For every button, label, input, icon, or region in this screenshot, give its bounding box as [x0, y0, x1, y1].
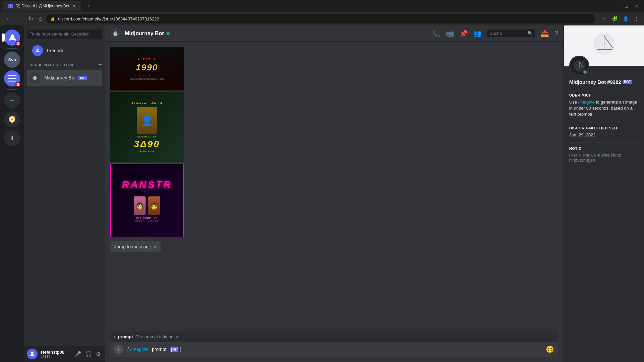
back-btn[interactable]: ← — [4, 14, 13, 24]
header-search[interactable]: Suche 🔍 — [487, 29, 535, 37]
user-avatar — [27, 349, 38, 359]
discord-app: 2 Svs 2 + 🧭 ⬇ Finde oder starte ein Gesp… — [0, 25, 644, 362]
guild-notif-badge: 2 — [15, 82, 21, 87]
members-btn[interactable]: 👥 — [473, 29, 482, 38]
guild-notification[interactable]: 2 — [4, 70, 20, 86]
dm-search-box[interactable]: Finde oder starte ein Gespräch — [27, 29, 102, 39]
jump-icon: ↗ — [153, 244, 157, 249]
dm-item-info: Midjourney Bot BOT — [44, 75, 87, 80]
video-btn[interactable]: 📹 — [446, 29, 454, 38]
main-content: Midjourney Bot 📞 📹 📌 👥 Suche 🔍 📥 ? — [105, 25, 564, 362]
profile-content: Midjourney Bot #9282 BOT ÜBER MICH Use /… — [564, 66, 644, 168]
channel-header: Midjourney Bot 📞 📹 📌 👥 Suche 🔍 📥 ? — [105, 25, 564, 42]
midjourney-bot-dm[interactable]: Midjourney Bot BOT — [27, 70, 102, 86]
profile-divider-3 — [569, 142, 639, 142]
command-hint: / prompt The prompt to imagine — [110, 331, 558, 342]
user-info: stefanstp08 #3117 — [40, 350, 70, 359]
image-1[interactable]: ✦ 747 ✦ 1990 DISCOUNT 200 DISCOUNT 200 D… — [110, 47, 184, 90]
nav-bar: ← → ↻ ⌂ 🔒 discord.com/channels/@me/10634… — [0, 12, 644, 25]
close-btn[interactable]: ✕ — [632, 2, 641, 10]
nav-actions: ☆ 🧩 👤 ⋮ — [601, 15, 640, 22]
image-2[interactable]: Jameson World 👤 EDGAR BULAK 3Δ90 Radilas… — [110, 92, 184, 162]
discord-home-icon[interactable]: 2 — [4, 29, 20, 46]
menu-btn[interactable]: ⋮ — [633, 15, 640, 22]
maximize-btn[interactable]: □ — [623, 2, 631, 10]
note-section: NOTIZ Hier klicken, um eine Notiz hinzuz… — [569, 146, 639, 163]
messages-area: ✦ 747 ✦ 1990 DISCOUNT 200 DISCOUNT 200 D… — [105, 42, 564, 331]
profile-banner — [564, 25, 644, 66]
attach-btn[interactable]: + — [114, 345, 123, 354]
home-btn[interactable]: ⌂ — [37, 14, 44, 24]
hint-desc: The prompt to imagine — [136, 334, 179, 339]
search-placeholder: Finde oder starte ein Gespräch — [30, 32, 90, 37]
guild-svs[interactable]: Svs — [4, 52, 20, 68]
mute-btn[interactable]: 🎤 — [73, 350, 83, 359]
active-tab[interactable]: 2 (2) Discord | @Midjourney Bot ✕ — [3, 1, 81, 11]
about-me-section: ÜBER MICH Use /imagine to generate an im… — [569, 93, 639, 118]
search-label: Suche — [490, 31, 502, 36]
profile-btn[interactable]: 👤 — [622, 15, 630, 22]
note-title: NOTIZ — [569, 146, 639, 150]
discover-btn[interactable]: 🧭 — [4, 111, 20, 127]
discriminator: #3117 — [40, 355, 70, 359]
guild-divider-2 — [7, 89, 17, 90]
user-actions: 🎤 🎧 ⚙ — [73, 350, 102, 359]
profile-bot-tag: BOT — [623, 80, 632, 84]
deafen-btn[interactable]: 🎧 — [84, 350, 93, 359]
about-me-title: ÜBER MICH — [569, 93, 639, 97]
hint-slash: / — [114, 334, 115, 339]
jump-label: Jump to message — [114, 244, 151, 249]
call-btn[interactable]: 📞 — [432, 29, 440, 38]
channel-name: Midjourney Bot — [125, 31, 170, 37]
online-dot — [166, 32, 170, 35]
browser-chrome: 2 (2) Discord | @Midjourney Bot ✕ + ─ □ … — [0, 0, 644, 25]
emoji-btn[interactable]: 😊 — [546, 345, 554, 353]
tab-close-icon[interactable]: ✕ — [72, 4, 75, 8]
dm-search-area: Finde oder starte ein Gespräch — [24, 25, 105, 43]
download-btn[interactable]: ⬇ — [4, 130, 20, 146]
settings-btn[interactable]: ⚙ — [95, 350, 102, 359]
address-text: discord.com/channels/@me/106344374919731… — [58, 16, 159, 21]
input-value: par — [170, 347, 178, 352]
tab-bar: 2 (2) Discord | @Midjourney Bot ✕ + ─ □ … — [0, 0, 644, 12]
search-icon: 🔍 — [527, 31, 533, 36]
add-server-btn[interactable]: + — [4, 93, 20, 109]
friends-nav-item[interactable]: Freunde — [27, 43, 102, 59]
image-3[interactable]: RANSTR 128+ 👩 👨 R971XGUITHVE BY LOV THE … — [110, 164, 184, 237]
input-cursor — [180, 347, 180, 352]
dm-sidebar: Finde oder starte ein Gespräch Freunde D… — [24, 25, 105, 362]
svg-point-0 — [31, 352, 34, 354]
bookmark-btn[interactable]: ☆ — [601, 15, 608, 22]
profile-disc: #9282 — [607, 79, 621, 85]
message-input-area: / prompt The prompt to imagine + //imagi… — [105, 331, 564, 362]
message-input-box[interactable]: + //imagine prompt par 😊 — [110, 342, 558, 357]
imagine-link[interactable]: /imagine — [578, 100, 595, 105]
message-images: ✦ 747 ✦ 1990 DISCOUNT 200 DISCOUNT 200 D… — [110, 47, 558, 237]
extensions-btn[interactable]: 🧩 — [610, 15, 619, 22]
inbox-btn[interactable]: 📥 — [541, 29, 549, 38]
forward-btn[interactable]: → — [15, 14, 24, 24]
refresh-btn[interactable]: ↻ — [27, 14, 35, 24]
input-space-2 — [168, 347, 169, 352]
inactive-tab[interactable]: + — [82, 1, 149, 11]
member-since-date: Jan. 29, 2022 — [569, 132, 639, 138]
jump-to-message-container: Jump to message ↗ — [110, 239, 558, 252]
about-me-text: Use /imagine to generate an image in und… — [569, 99, 639, 118]
member-since-title: DISCORD-MITGLIED SEIT — [569, 126, 639, 130]
minimize-btn[interactable]: ─ — [612, 2, 621, 10]
jump-to-message-btn[interactable]: Jump to message ↗ — [110, 241, 161, 252]
channel-avatar — [110, 28, 121, 39]
help-btn[interactable]: ? — [554, 29, 558, 37]
message-group: ✦ 747 ✦ 1990 DISCOUNT 200 DISCOUNT 200 D… — [110, 47, 558, 252]
input-text-area[interactable]: //imagine prompt par — [127, 347, 542, 352]
address-bar[interactable]: 🔒 discord.com/channels/@me/1063443749197… — [46, 14, 595, 23]
tab-label: (2) Discord | @Midjourney Bot — [15, 4, 69, 8]
lock-icon: 🔒 — [50, 16, 55, 21]
guild-bar: 2 Svs 2 + 🧭 ⬇ — [0, 25, 24, 362]
add-dm-btn[interactable]: + — [98, 61, 102, 68]
bot-badge: BOT — [78, 76, 87, 80]
right-panel: Midjourney Bot #9282 BOT ÜBER MICH Use /… — [564, 25, 644, 362]
note-text[interactable]: Hier klicken, um eine Notiz hinzuzufügen — [569, 153, 639, 163]
member-since-section: DISCORD-MITGLIED SEIT Jan. 29, 2022 — [569, 126, 639, 138]
pin-btn[interactable]: 📌 — [460, 29, 468, 38]
